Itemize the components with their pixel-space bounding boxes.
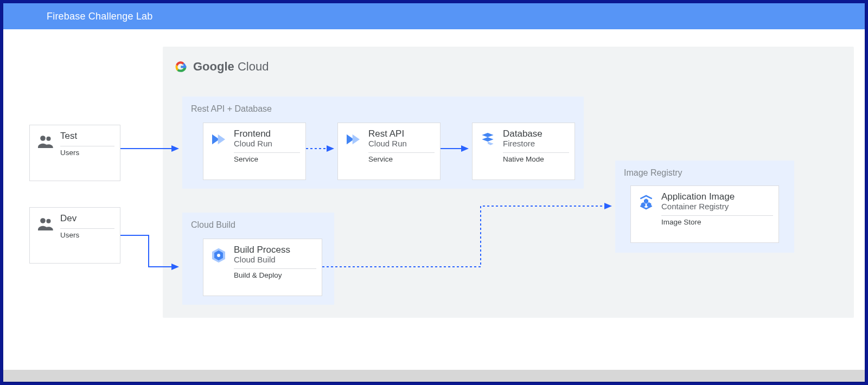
node-title: Dev [60,213,114,224]
group-title: Cloud Build [191,220,326,230]
header-bar: Firebase Challenge Lab [3,3,865,29]
cloud-run-icon [344,131,362,148]
bottom-scrollbar[interactable] [3,370,865,382]
frontend-node: Frontend Cloud Run Service [203,123,306,180]
user-dev-node: Dev Users [29,207,120,264]
node-title: Build Process [234,245,316,255]
node-subtitle: Cloud Run [368,139,435,148]
svg-point-2 [40,218,46,223]
build-process-node: Build Process Cloud Build Build & Deploy [203,239,322,296]
users-icon [36,214,54,232]
user-test-node: Test Users [29,125,120,181]
node-footer: Build & Deploy [234,271,316,279]
node-footer: Users [60,149,114,157]
page-title: Firebase Challenge Lab [47,11,153,22]
users-icon [36,132,54,149]
rest-api-node: Rest API Cloud Run Service [337,123,441,180]
group-title: Rest API + Database [191,104,575,114]
application-image-node: Application Image Container Registry Ima… [630,185,779,243]
node-title: Application Image [661,191,773,202]
cloud-build-icon [210,247,227,264]
node-title: Rest API [368,129,435,139]
google-cloud-logo: Google Cloud [174,60,269,74]
firestore-icon [479,131,496,148]
node-footer: Users [60,231,114,239]
node-footer: Service [234,155,300,163]
node-subtitle: Container Registry [661,202,773,211]
svg-marker-7 [644,198,648,203]
node-subtitle: Cloud Build [234,255,316,264]
svg-point-0 [40,136,46,141]
node-title: Frontend [234,129,300,139]
node-footer: Native Mode [503,155,569,163]
svg-point-3 [46,219,50,223]
node-title: Test [60,131,114,142]
group-title: Image Registry [624,168,786,178]
google-cloud-icon [174,60,188,74]
svg-point-1 [46,137,50,141]
node-subtitle: Cloud Run [234,139,300,148]
brand-text: Google Cloud [193,60,269,74]
database-node: Database Firestore Native Mode [472,123,575,180]
cloud-run-icon [210,131,227,148]
node-title: Database [503,129,569,139]
node-footer: Image Store [661,218,773,226]
container-registry-icon [637,194,655,211]
node-footer: Service [368,155,435,163]
svg-point-6 [217,254,220,257]
node-subtitle: Firestore [503,139,569,148]
